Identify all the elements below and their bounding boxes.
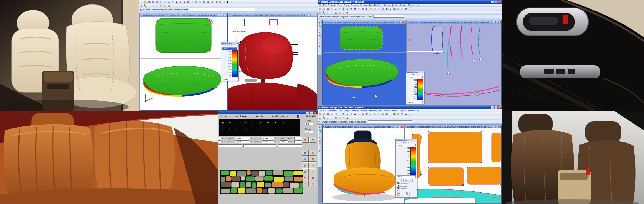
menu-item[interactable]: Help bbox=[416, 110, 419, 112]
toolbar-icon[interactable]: ▦ bbox=[147, 0, 151, 4]
toolbar-icon[interactable]: ▩ bbox=[396, 112, 400, 116]
toolbar-icon[interactable]: ⟳ bbox=[373, 7, 377, 10]
toolbar-icon[interactable]: ↺ bbox=[334, 7, 337, 10]
edge-field[interactable] bbox=[218, 137, 221, 140]
minimize-icon[interactable]: _ bbox=[491, 106, 494, 109]
toolbar-icon[interactable]: i bbox=[330, 116, 333, 120]
menu-item[interactable]: Window bbox=[408, 4, 414, 6]
minimize-icon[interactable]: _ bbox=[308, 14, 311, 16]
colorbar-max-field[interactable]: 5.000 bbox=[397, 144, 416, 146]
maximize-icon[interactable]: □ bbox=[310, 111, 313, 114]
minimize-icon[interactable]: _ bbox=[397, 21, 400, 23]
toolbar-icon[interactable]: ▚ bbox=[318, 129, 321, 132]
toolbar-icon[interactable]: ◉ bbox=[183, 0, 186, 4]
menu-item[interactable]: Curve bbox=[338, 4, 342, 6]
toolbar-icon[interactable]: i bbox=[318, 136, 321, 139]
toolbar-icon[interactable]: ▚ bbox=[322, 11, 326, 14]
menu-item[interactable]: Affichage bbox=[236, 115, 247, 118]
maximize-icon[interactable]: □ bbox=[311, 14, 313, 16]
toolbar-icon[interactable]: i bbox=[330, 11, 333, 14]
toolbar-icon[interactable]: ◍ bbox=[202, 0, 206, 4]
toolbar-icon[interactable]: i bbox=[151, 4, 155, 8]
window-titlebar[interactable]: ● 3Design - D:\Public\DesignConcept Auto… bbox=[140, 13, 227, 17]
close-icon[interactable]: × bbox=[224, 14, 226, 16]
toolbar-icon[interactable]: ◧ bbox=[365, 7, 369, 10]
toolbar-icon[interactable]: ■ bbox=[226, 0, 229, 4]
toolbar-icon[interactable]: ✕ bbox=[330, 112, 333, 116]
toolbar-icon[interactable]: ✕ bbox=[330, 7, 333, 10]
menu-item[interactable]: Tools bbox=[378, 4, 382, 6]
status-field[interactable] bbox=[218, 144, 242, 147]
colorbar-max-field[interactable]: 2.500 bbox=[408, 76, 423, 78]
toolbar-icon[interactable]: ◐ bbox=[318, 132, 321, 135]
page-size-field[interactable]: 5,100 bbox=[235, 140, 250, 143]
toolbar-icon[interactable]: ◨ bbox=[392, 7, 396, 10]
toolbar-icon[interactable]: ◇ bbox=[342, 116, 345, 120]
ech-field[interactable]: 1/36 bbox=[280, 140, 288, 143]
app-titlebar[interactable]: _□× bbox=[218, 111, 318, 114]
toolbar-icon[interactable]: ◆ bbox=[353, 112, 357, 116]
toolbar-icon[interactable]: ▤ bbox=[322, 112, 326, 116]
minimize-icon[interactable]: _ bbox=[218, 14, 220, 16]
status-field[interactable] bbox=[243, 144, 276, 147]
toolbar-icon[interactable]: ⟳ bbox=[373, 112, 377, 116]
toolbar-icon[interactable]: ⊞ bbox=[163, 0, 167, 4]
toolbar-icon[interactable]: ◫ bbox=[318, 34, 321, 37]
toolbar-icon[interactable]: ✕ bbox=[151, 0, 155, 4]
minimize-icon[interactable]: _ bbox=[306, 111, 309, 114]
colorbar-max-field[interactable]: 2.500 bbox=[222, 47, 237, 50]
toolbar-icon[interactable]: ◇ bbox=[342, 11, 345, 14]
toolbar-icon[interactable]: ◉ bbox=[167, 4, 171, 8]
toolbar-icon[interactable]: ▣ bbox=[385, 7, 388, 10]
toolbar-icon[interactable]: ◫ bbox=[400, 7, 404, 10]
toolbar-icon[interactable]: ◉ bbox=[345, 116, 349, 120]
toolbar-icon[interactable]: ◩ bbox=[318, 38, 321, 41]
toolbar-icon[interactable]: ▚ bbox=[318, 24, 321, 27]
toolbar-icon[interactable]: ▣ bbox=[385, 112, 388, 116]
menu-item[interactable]: Help bbox=[416, 4, 419, 6]
colorbar-tool-button[interactable]: ▦ bbox=[405, 179, 408, 182]
toolbar-icon[interactable]: ◨ bbox=[214, 0, 218, 4]
toolbar-icon[interactable]: ▚ bbox=[322, 116, 326, 120]
toolbar-icon[interactable]: ▲ bbox=[345, 7, 349, 10]
toolbar-icon[interactable]: ● bbox=[357, 112, 361, 116]
toolbar-icon[interactable]: ◉ bbox=[361, 112, 365, 116]
tool-button[interactable]: ✚ bbox=[309, 168, 316, 174]
maximize-icon[interactable]: □ bbox=[495, 126, 498, 128]
toolbar-icon[interactable]: ◍ bbox=[381, 7, 384, 10]
toolbar-icon[interactable]: ✎ bbox=[377, 7, 380, 10]
toolbar-icon[interactable]: ▲ bbox=[345, 112, 349, 116]
toolbar-icon[interactable]: ▩ bbox=[396, 7, 400, 10]
toolbar-icon[interactable]: ● bbox=[357, 7, 361, 10]
toolbar-icon[interactable]: ◇ bbox=[163, 4, 167, 8]
radio-button[interactable] bbox=[406, 192, 408, 194]
tool-button[interactable]: ◍ bbox=[309, 150, 316, 156]
toolbar-icon[interactable]: ╱ bbox=[408, 112, 412, 116]
maximize-icon[interactable]: □ bbox=[398, 126, 400, 128]
app-titlebar[interactable]: ✦ DesignConcept Auto VR02d on TopSolid _… bbox=[318, 0, 502, 4]
toolbar-icon[interactable]: ◇ bbox=[318, 41, 321, 44]
colorbar-min-field[interactable]: -5.000 bbox=[397, 175, 416, 178]
menu-item[interactable]: Outils bbox=[256, 115, 263, 118]
menu-item[interactable]: Window bbox=[408, 110, 414, 112]
menu-item[interactable]: Freeform bbox=[360, 4, 367, 6]
checkbox[interactable] bbox=[397, 182, 399, 184]
toolbar-icon[interactable]: ◧ bbox=[365, 112, 369, 116]
maximize-icon[interactable]: □ bbox=[494, 1, 498, 3]
menu-item[interactable]: Tools bbox=[378, 110, 382, 112]
close-icon[interactable]: × bbox=[403, 21, 405, 23]
toolbar-icon[interactable]: ◐ bbox=[326, 116, 330, 120]
toolbar-icon[interactable]: ◉ bbox=[361, 7, 365, 10]
product-2d-viewport[interactable]: mm² bbox=[405, 128, 501, 203]
toolbar-icon[interactable]: ■ bbox=[404, 112, 408, 116]
tool-button[interactable]: ▨ bbox=[309, 181, 316, 186]
menu-item[interactable]: Parameter bbox=[328, 4, 336, 6]
toolbar-icon[interactable]: ◈ bbox=[318, 11, 322, 14]
tool-button[interactable]: ◉ bbox=[302, 156, 309, 162]
tool-button[interactable]: ⊞ bbox=[309, 162, 316, 168]
toolbar-icon[interactable]: ◫ bbox=[400, 112, 404, 116]
toolbar-icon[interactable]: ◩ bbox=[338, 11, 341, 14]
maximize-icon[interactable]: □ bbox=[400, 21, 403, 23]
menu-item[interactable]: Curve bbox=[338, 110, 342, 112]
toolbar-icon[interactable]: ▣ bbox=[206, 0, 210, 4]
